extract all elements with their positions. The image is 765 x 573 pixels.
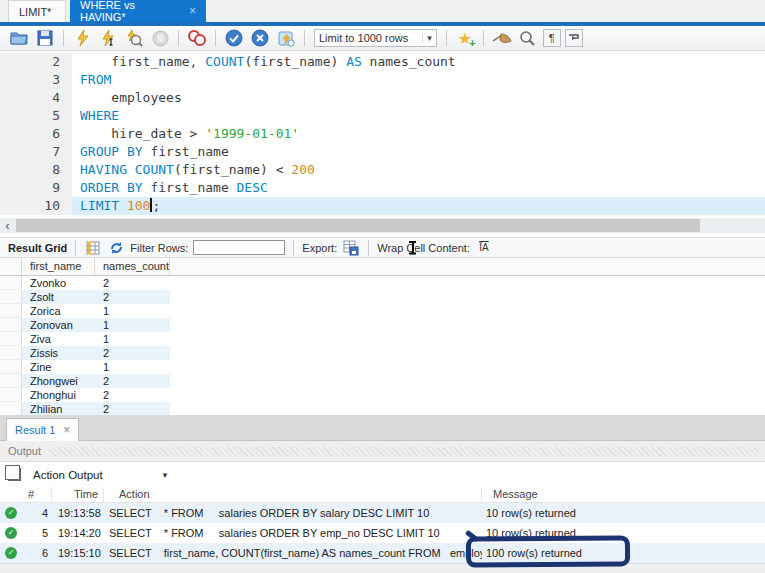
refresh-icon[interactable]: [107, 240, 125, 256]
column-header-first-name[interactable]: first_name: [22, 258, 95, 275]
stop-on-error-icon[interactable]: [186, 28, 208, 48]
export-icon[interactable]: [342, 240, 360, 256]
time-column-header[interactable]: Time: [52, 487, 104, 502]
beautify-icon[interactable]: ★ +: [454, 28, 476, 48]
table-row[interactable]: Zonovan1: [0, 318, 765, 332]
message-column-header[interactable]: Message: [482, 487, 765, 502]
tab-limit[interactable]: LIMIT*: [8, 0, 66, 22]
cell-first-name[interactable]: Zine: [22, 360, 95, 374]
cell-names-count[interactable]: 1: [95, 318, 170, 332]
save-icon[interactable]: [34, 28, 56, 48]
explain-icon[interactable]: [123, 28, 145, 48]
code-text[interactable]: first_name, COUNT(first_name) AS names_c…: [72, 53, 765, 71]
rollback-icon[interactable]: [249, 28, 271, 48]
cell-names-count[interactable]: 2: [95, 346, 170, 360]
cell-names-count[interactable]: 1: [95, 304, 170, 318]
result-grid[interactable]: first_name names_count Zvonko2Zsolt2Zori…: [0, 258, 765, 415]
scrollbar-thumb[interactable]: [16, 219, 700, 232]
chevron-down-icon[interactable]: ▾: [163, 470, 168, 480]
stop-icon[interactable]: [149, 28, 171, 48]
code-line[interactable]: 7GROUP BY first_name: [0, 143, 765, 161]
output-row[interactable]: ✓519:14:20SELECT * FROM salaries ORDER B…: [0, 523, 765, 543]
row-header-cell[interactable]: [0, 374, 22, 388]
row-header-cell[interactable]: [0, 360, 22, 374]
table-row[interactable]: Zsolt2: [0, 290, 765, 304]
scroll-left-arrow-icon[interactable]: ‹: [0, 218, 15, 233]
cell-first-name[interactable]: Zissis: [22, 346, 95, 360]
row-header-cell[interactable]: [0, 276, 22, 290]
limit-dropdown[interactable]: Limit to 1000 rows ▾: [314, 29, 437, 47]
code-line[interactable]: 10LIMIT 100;: [0, 197, 765, 215]
output-row[interactable]: ✓619:15:10SELECT first_name, COUNT(first…: [0, 543, 765, 563]
output-row[interactable]: ✓419:13:58SELECT * FROM salaries ORDER B…: [0, 503, 765, 523]
cell-first-name[interactable]: Zonovan: [22, 318, 95, 332]
code-line[interactable]: 3FROM: [0, 71, 765, 89]
table-row[interactable]: Zhilian2: [0, 402, 765, 415]
cell-names-count[interactable]: 2: [95, 388, 170, 402]
output-view-dropdown[interactable]: Action Output ▾: [33, 469, 167, 481]
cell-names-count[interactable]: 1: [95, 360, 170, 374]
table-row[interactable]: Zorica1: [0, 304, 765, 318]
execute-icon[interactable]: [71, 28, 93, 48]
invisibles-icon[interactable]: ¶: [543, 29, 561, 47]
cell-names-count[interactable]: 2: [95, 290, 170, 304]
action-column-header[interactable]: Action: [104, 487, 482, 502]
cell-names-count[interactable]: 2: [95, 374, 170, 388]
code-line[interactable]: 4 employees: [0, 89, 765, 107]
execute-current-icon[interactable]: [97, 28, 119, 48]
code-text[interactable]: ORDER BY first_name DESC: [72, 179, 765, 197]
cell-first-name[interactable]: Zhonghui: [22, 388, 95, 402]
table-row[interactable]: Zvonko2: [0, 276, 765, 290]
table-row[interactable]: Zhongwei2: [0, 374, 765, 388]
code-line[interactable]: 6 hire_date > '1999-01-01': [0, 125, 765, 143]
cell-first-name[interactable]: Zsolt: [22, 290, 95, 304]
output-panel-header[interactable]: Output: [0, 441, 765, 462]
table-row[interactable]: Zhonghui2: [0, 388, 765, 402]
row-header-cell[interactable]: [0, 346, 22, 360]
cell-first-name[interactable]: Zhilian: [22, 402, 95, 415]
code-text[interactable]: HAVING COUNT(first_name) < 200: [72, 161, 765, 179]
filter-rows-input[interactable]: [193, 240, 285, 255]
code-text[interactable]: hire_date > '1999-01-01': [72, 125, 765, 143]
commit-icon[interactable]: [223, 28, 245, 48]
sql-editor[interactable]: 2 first_name, COUNT(first_name) AS names…: [0, 51, 765, 218]
cell-names-count[interactable]: 1: [95, 332, 170, 346]
code-text[interactable]: WHERE: [72, 107, 765, 125]
table-row[interactable]: Zissis2: [0, 346, 765, 360]
table-row[interactable]: Zine1: [0, 360, 765, 374]
tab-where-vs-having[interactable]: WHERE vs HAVING* ×: [70, 0, 206, 22]
open-script-icon[interactable]: [8, 28, 30, 48]
cell-names-count[interactable]: 2: [95, 276, 170, 290]
cell-first-name[interactable]: Zorica: [22, 304, 95, 318]
close-icon[interactable]: ×: [63, 423, 70, 437]
close-icon[interactable]: ×: [189, 4, 196, 18]
code-line[interactable]: 5WHERE: [0, 107, 765, 125]
code-text[interactable]: LIMIT 100;: [72, 197, 765, 215]
code-line[interactable]: 9ORDER BY first_name DESC: [0, 179, 765, 197]
row-header-cell[interactable]: [0, 402, 22, 415]
cell-first-name[interactable]: Zhongwei: [22, 374, 95, 388]
grid-corner-cell[interactable]: [0, 258, 22, 275]
chevron-down-icon[interactable]: ▾: [422, 33, 432, 43]
autocommit-icon[interactable]: [275, 28, 297, 48]
code-text[interactable]: employees: [72, 89, 765, 107]
grid-view-icon[interactable]: [84, 240, 102, 256]
cell-names-count[interactable]: 2: [95, 402, 170, 415]
editor-horizontal-scrollbar[interactable]: ‹: [0, 218, 765, 233]
cell-first-name[interactable]: Zvonko: [22, 276, 95, 290]
row-header-cell[interactable]: [0, 290, 22, 304]
num-column-header[interactable]: #: [22, 487, 52, 502]
wrap-cell-content-icon[interactable]: ĪA: [475, 240, 493, 256]
code-line[interactable]: 2 first_name, COUNT(first_name) AS names…: [0, 53, 765, 71]
find-icon[interactable]: [517, 28, 539, 48]
row-header-cell[interactable]: [0, 332, 22, 346]
row-header-cell[interactable]: [0, 388, 22, 402]
tab-result-1[interactable]: Result 1 ×: [6, 418, 79, 441]
column-header-names-count[interactable]: names_count: [95, 258, 170, 275]
panel-grip-texture[interactable]: [49, 447, 759, 456]
code-text[interactable]: FROM: [72, 71, 765, 89]
code-line[interactable]: 8HAVING COUNT(first_name) < 200: [0, 161, 765, 179]
code-text[interactable]: GROUP BY first_name: [72, 143, 765, 161]
wrap-text-icon[interactable]: [565, 29, 583, 47]
table-row[interactable]: Ziva1: [0, 332, 765, 346]
